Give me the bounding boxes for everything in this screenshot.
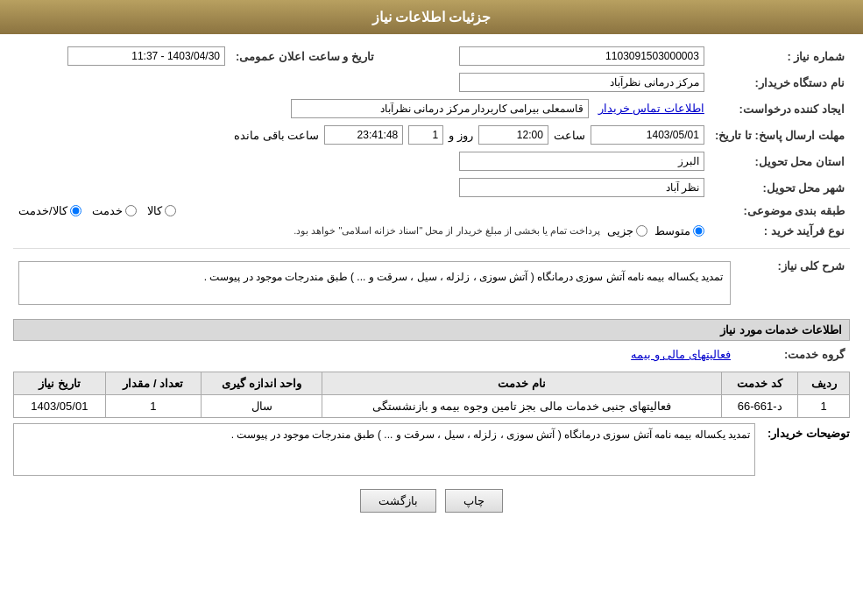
row-unit: سال bbox=[202, 395, 322, 418]
category-radio-goods-service[interactable] bbox=[70, 205, 81, 216]
announce-value-input[interactable] bbox=[67, 46, 225, 66]
days-input[interactable] bbox=[408, 125, 443, 145]
page-header: جزئیات اطلاعات نیاز bbox=[0, 0, 863, 34]
col-header-qty: تعداد / مقدار bbox=[105, 372, 201, 395]
col-header-name: نام خدمت bbox=[322, 372, 722, 395]
category-option-goods-service[interactable]: کالا/خدمت bbox=[18, 204, 81, 217]
service-table: ردیف کد خدمت نام خدمت واحد اندازه گیری ت… bbox=[13, 372, 850, 418]
creator-link[interactable]: اطلاعات تماس خریدار bbox=[598, 102, 704, 115]
service-group-value[interactable]: فعالیتهای مالی و بیمه bbox=[631, 348, 731, 361]
creator-input[interactable] bbox=[291, 99, 589, 118]
print-button[interactable]: چاپ bbox=[445, 489, 503, 513]
services-section-title: اطلاعات خدمات مورد نیاز bbox=[13, 319, 850, 341]
days-label: روز و bbox=[449, 129, 473, 142]
buyer-comments-wrapper: توضیحات خریدار: bbox=[13, 423, 850, 478]
col-header-date: تاریخ نیاز bbox=[14, 372, 106, 395]
category-label: طبقه بندی موضوعی: bbox=[710, 201, 850, 221]
back-button[interactable]: بازگشت bbox=[360, 489, 436, 513]
need-number-label: شماره نیاز : bbox=[710, 43, 850, 69]
row-date: 1403/05/01 bbox=[14, 395, 106, 418]
purchase-radio-partial[interactable] bbox=[636, 225, 647, 237]
buyer-org-input[interactable] bbox=[459, 73, 704, 92]
need-desc-text: تمدید یکساله بیمه نامه آتش سوزی درمانگاه… bbox=[204, 271, 723, 283]
info-table: شماره نیاز : تاریخ و ساعت اعلان عمومی: ن… bbox=[13, 43, 850, 241]
need-desc-label: شرح کلی نیاز: bbox=[736, 254, 850, 312]
province-label: استان محل تحویل: bbox=[710, 148, 850, 174]
need-number-input[interactable] bbox=[459, 46, 704, 66]
category-radio-goods[interactable] bbox=[165, 205, 176, 216]
row-code: د-661-66 bbox=[721, 395, 797, 418]
buyer-comments-textarea[interactable] bbox=[13, 423, 755, 476]
province-input[interactable] bbox=[459, 152, 704, 171]
deadline-time-input[interactable] bbox=[478, 125, 548, 145]
reply-deadline-label: مهلت ارسال پاسخ: تا تاریخ: bbox=[710, 122, 850, 148]
remaining-time-input[interactable] bbox=[324, 125, 403, 145]
deadline-time-label: ساعت bbox=[554, 129, 585, 142]
buttons-row: چاپ بازگشت bbox=[13, 489, 850, 513]
city-input[interactable] bbox=[459, 178, 704, 197]
row-number: 1 bbox=[798, 395, 850, 418]
page-title: جزئیات اطلاعات نیاز bbox=[372, 10, 492, 25]
purchase-type-medium[interactable]: متوسط bbox=[654, 224, 704, 237]
divider-1 bbox=[13, 248, 850, 249]
category-option-goods[interactable]: کالا bbox=[147, 204, 176, 217]
purchase-type-label: نوع فرآیند خرید : bbox=[710, 221, 850, 241]
col-header-code: کد خدمت bbox=[721, 372, 797, 395]
buyer-comments-content bbox=[13, 423, 755, 478]
purchase-radio-medium[interactable] bbox=[693, 225, 704, 237]
col-header-unit: واحد اندازه گیری bbox=[202, 372, 322, 395]
category-option-service[interactable]: خدمت bbox=[92, 204, 137, 217]
need-desc-table: شرح کلی نیاز: تمدید یکساله بیمه نامه آتش… bbox=[13, 254, 850, 312]
buyer-comments-label: توضیحات خریدار: bbox=[762, 423, 850, 440]
creator-label: ایجاد کننده درخواست: bbox=[710, 96, 850, 122]
main-content: شماره نیاز : تاریخ و ساعت اعلان عمومی: ن… bbox=[0, 34, 863, 532]
row-name: فعالیتهای جنبی خدمات مالی بجز تامین وجوه… bbox=[322, 395, 722, 418]
page-wrapper: جزئیات اطلاعات نیاز شماره نیاز : تاریخ و… bbox=[0, 0, 863, 616]
purchase-type-note: پرداخت تمام یا بخشی از مبلغ خریدار از مح… bbox=[294, 225, 600, 237]
row-qty: 1 bbox=[105, 395, 201, 418]
category-radio-service[interactable] bbox=[125, 205, 137, 216]
buyer-org-label: نام دستگاه خریدار: bbox=[710, 69, 850, 96]
service-group-label: گروه خدمت: bbox=[736, 344, 850, 365]
remaining-label: ساعت باقی مانده bbox=[234, 129, 319, 142]
service-group-table: گروه خدمت: فعالیتهای مالی و بیمه bbox=[13, 344, 850, 365]
purchase-type-partial[interactable]: جزیی bbox=[607, 224, 647, 237]
table-row: 1 د-661-66 فعالیتهای جنبی خدمات مالی بجز… bbox=[14, 395, 850, 418]
col-header-row: ردیف bbox=[798, 372, 850, 395]
city-label: شهر محل تحویل: bbox=[710, 174, 850, 201]
deadline-date-input[interactable] bbox=[591, 125, 704, 145]
announce-label: تاریخ و ساعت اعلان عمومی: bbox=[230, 43, 379, 69]
need-desc-box: تمدید یکساله بیمه نامه آتش سوزی درمانگاه… bbox=[18, 261, 731, 305]
